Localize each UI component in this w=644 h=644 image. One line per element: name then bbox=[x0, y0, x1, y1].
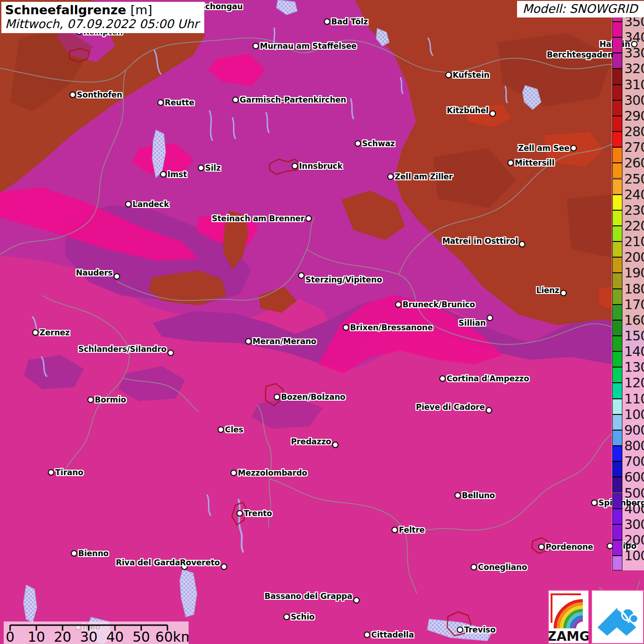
scalebar-tick-label: 20 bbox=[54, 629, 71, 644]
city-label: Zell am See bbox=[518, 144, 569, 153]
colorbar-segment bbox=[612, 446, 622, 461]
colorbar-tick-label: 900 bbox=[624, 422, 644, 438]
city-dot bbox=[353, 597, 360, 604]
colorbar-tick-label: 500 bbox=[624, 485, 644, 501]
city-dot bbox=[167, 350, 174, 356]
city-dot bbox=[32, 329, 39, 336]
city-label: Reutte bbox=[165, 98, 195, 107]
colorbar-tick-label: 2600 bbox=[624, 155, 644, 171]
colorbar-segment bbox=[612, 273, 622, 288]
colorbar-segment bbox=[612, 37, 622, 53]
colorbar-tick-label: 200 bbox=[624, 532, 644, 548]
colorbar-segment bbox=[612, 351, 622, 367]
city-dot bbox=[160, 171, 167, 178]
city-label: Brixen/Bressanone bbox=[350, 323, 433, 332]
city-label: Cortina d'Ampezzo bbox=[447, 374, 529, 383]
city-dot bbox=[538, 544, 545, 550]
city-label: Sterzing/Vipiteno bbox=[305, 275, 382, 284]
city-label: Schwaz bbox=[362, 139, 395, 148]
city-label: Bienno bbox=[78, 549, 109, 558]
city-dot bbox=[71, 550, 77, 557]
colorbar-segment bbox=[612, 132, 622, 147]
model-label: Modell: SNOWGRID bbox=[517, 1, 644, 17]
city-label: Bormio bbox=[95, 395, 126, 404]
colorbar-tick-label: 2000 bbox=[624, 249, 644, 265]
city-dot bbox=[343, 324, 349, 331]
city-dot bbox=[125, 201, 132, 207]
city-label: Sonthofen bbox=[77, 90, 122, 99]
city-label: Schlanders/Silandro bbox=[78, 345, 167, 354]
colorbar-tick-label: 400 bbox=[624, 501, 644, 517]
colorbar-tick-label: 2500 bbox=[624, 171, 644, 187]
scalebar-tick-label: 10 bbox=[28, 629, 45, 644]
colorbar-tick-label: 2100 bbox=[624, 234, 644, 249]
city-label: Predazzo bbox=[291, 437, 331, 446]
colorbar-segment bbox=[612, 69, 622, 84]
colorbar-segment bbox=[612, 257, 622, 273]
city-label: Silz bbox=[205, 163, 221, 172]
city-dot bbox=[69, 92, 76, 98]
city-dot bbox=[245, 338, 252, 345]
city-dot bbox=[391, 527, 398, 533]
city-dot bbox=[457, 627, 463, 633]
city-dot bbox=[489, 110, 496, 117]
city-label: Schio bbox=[291, 612, 315, 621]
city-label: Lienz bbox=[536, 286, 559, 295]
colorbar-tick-label: 1600 bbox=[624, 312, 644, 328]
colorbar-tick-label: 2700 bbox=[624, 139, 644, 155]
city-dot bbox=[230, 470, 237, 476]
city-dot bbox=[236, 510, 243, 517]
scalebar-tick-label: 0 bbox=[6, 629, 14, 644]
city-label: Zernez bbox=[40, 328, 70, 337]
city-label: Conegliano bbox=[478, 563, 527, 572]
city-label: Imst bbox=[167, 170, 187, 179]
city-dot bbox=[221, 564, 227, 570]
city-dot bbox=[395, 301, 402, 308]
colorbar-tick-label: 1400 bbox=[624, 344, 644, 359]
colorbar-segment bbox=[612, 367, 622, 383]
city-label: Bozen/Bolzano bbox=[281, 392, 345, 402]
city-dot bbox=[298, 272, 305, 279]
colorbar-segment bbox=[612, 22, 622, 37]
city-dot bbox=[114, 273, 120, 280]
city-label: Murnau am Staffelsee bbox=[260, 41, 356, 51]
colorbar-tick-label: 3200 bbox=[624, 61, 644, 76]
colorbar-segment bbox=[612, 163, 622, 178]
colorbar-segment bbox=[612, 556, 622, 570]
colorbar-segment bbox=[612, 399, 622, 414]
zamg-rainbow-icon: ZAMG bbox=[549, 591, 588, 643]
colorbar-tick-label: 2300 bbox=[624, 202, 644, 218]
colorbar-segment bbox=[612, 430, 622, 446]
colorbar-segment bbox=[612, 289, 622, 305]
city-label: Matrei in Osttirol bbox=[442, 236, 518, 246]
colorbar-segment bbox=[612, 242, 622, 257]
city-dot bbox=[292, 163, 298, 169]
weather-map-page: SchongauBad TölzKemptenMurnau am Staffel… bbox=[0, 0, 644, 644]
avalanche-service-logo bbox=[591, 590, 644, 644]
city-dot bbox=[355, 140, 361, 147]
city-dot bbox=[507, 160, 514, 166]
city-label: Tirano bbox=[55, 468, 83, 477]
colorbar-tick-label: 600 bbox=[624, 469, 644, 485]
title-datetime: Mittwoch, 07.09.2022 05:00 Uhr bbox=[5, 17, 199, 31]
city-label: Garmisch-Partenkirchen bbox=[240, 95, 346, 104]
city-dot bbox=[471, 564, 477, 570]
colorbar-tick-label: 1300 bbox=[624, 359, 644, 375]
colorbar-segment bbox=[612, 179, 622, 195]
city-label: Cles bbox=[225, 425, 243, 434]
city-label: Zell am Ziller bbox=[395, 172, 453, 181]
colorbar-segment bbox=[612, 305, 622, 320]
colorbar-segment bbox=[612, 85, 622, 100]
zamg-logo: ZAMG bbox=[548, 590, 589, 644]
colorbar-tick-label: 3100 bbox=[624, 77, 644, 92]
colorbar bbox=[612, 0, 622, 644]
colorbar-tick-label: 1100 bbox=[624, 391, 644, 407]
colorbar-segment bbox=[612, 336, 622, 351]
city-dot bbox=[439, 375, 446, 382]
city-dot bbox=[332, 442, 339, 448]
city-dot bbox=[591, 500, 598, 506]
colorbar-tick-label: 3400 bbox=[624, 29, 644, 45]
title-box: Schneefallgrenze [m] Mittwoch, 07.09.202… bbox=[1, 2, 204, 33]
colorbar-tick-label: 2900 bbox=[624, 108, 644, 124]
colorbar-tick-label: 800 bbox=[624, 438, 644, 454]
